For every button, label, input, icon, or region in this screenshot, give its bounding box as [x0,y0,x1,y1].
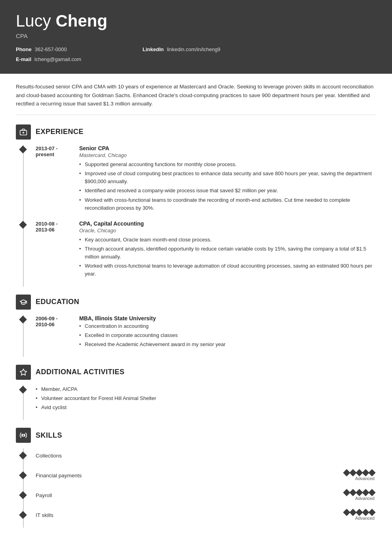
education-header: EDUCATION [16,295,376,310]
activity-bullet-1: Volunteer accountant for Forest Hill Ani… [36,394,376,402]
edu-bullet-0-2: Received the Academic Achievement award … [79,341,376,348]
skill-item-2: Payroll Advanced [24,488,376,502]
exp-company-1: Oracle, Chicago [79,228,376,233]
summary-text: Results-focused senior CPA and CMA with … [16,82,376,108]
candidate-name: Lucy Cheng [16,12,376,30]
skill-dot-1-4 [368,469,375,476]
phone-row: Phone 362-657-0000 [16,46,135,52]
experience-title: EXPERIENCE [36,128,84,136]
linkedin-value: linkedin.com/in/lcheng9 [167,46,220,52]
exp-date-1: 2010-08 - 2013-06 [36,220,79,279]
exp-title-1: CPA, Capital Accounting [79,220,376,227]
skill-rating-3: Advanced [344,510,375,521]
edu-bullets-0: Concentration in accounting Excelled in … [79,322,376,348]
email-label: E-mail [16,56,31,62]
activities-item: Member, AICPA Volunteer accountant for F… [24,385,376,413]
first-name: Lucy [16,11,51,30]
exp-bullet-1-1: Through account analysis, identified opp… [79,245,376,261]
contact-section: Phone 362-657-0000 LinkedIn linkedin.com… [16,46,376,64]
exp-bullet-0-0: Supported general accounting functions f… [79,161,376,168]
main-content: Results-focused senior CPA and CMA with … [0,74,392,547]
svg-point-4 [23,434,25,436]
edu-bullet-0-1: Excelled in corporate accounting classes [79,331,376,339]
summary-section: Results-focused senior CPA and CMA with … [16,82,376,115]
skill-dot-2-4 [368,489,375,496]
exp-body-1: CPA, Capital Accounting Oracle, Chicago … [79,220,376,279]
linkedin-row: LinkedIn linkedin.com/in/lcheng9 [143,46,261,52]
edu-date-0: 2006-09 - 2010-06 [36,315,79,350]
skills-header: SKILLS [16,428,376,443]
education-section: EDUCATION 2006-09 - 2010-06 MBA, Illinoi… [16,295,376,357]
edu-body-0: MBA, Illinois State University Concentra… [79,315,376,350]
activities-title: ADDITIONAL ACTIVITIES [36,368,125,376]
skill-name-2: Payroll [36,492,344,498]
skill-dots-2 [344,490,375,495]
skill-name-0: Collections [36,453,376,459]
education-timeline: 2006-09 - 2010-06 MBA, Illinois State Un… [23,315,376,357]
edu-title-0: MBA, Illinois State University [79,315,376,322]
exp-body-0: Senior CPA Mastercard, Chicago Supported… [79,145,376,213]
exp-bullets-0: Supported general accounting functions f… [79,161,376,212]
skill-rating-1: Advanced [344,470,375,481]
education-title: EDUCATION [36,298,79,306]
experience-timeline: 2013-07 - present Senior CPA Mastercard,… [23,145,376,287]
skill-name-3: IT skills [36,512,344,518]
skill-item-3: IT skills Advanced [24,508,376,522]
activity-bullet-0: Member, AICPA [36,385,376,393]
exp-bullet-1-2: Worked with cross-functional teams to le… [79,262,376,278]
activities-header: ADDITIONAL ACTIVITIES [16,365,376,380]
edu-bullet-0-0: Concentration in accounting [79,322,376,330]
exp-title-0: Senior CPA [79,145,376,151]
activities-icon [16,365,31,380]
activities-timeline: Member, AICPA Volunteer accountant for F… [23,385,376,420]
skill-level-2: Advanced [355,496,375,501]
svg-marker-3 [20,369,27,375]
linkedin-label: LinkedIn [143,46,164,52]
skill-name-1: Financial payments [36,473,344,478]
skill-item-1: Financial payments Advanced [24,468,376,482]
education-icon [16,295,31,310]
skills-section: SKILLS Collections Financial payments [16,428,376,528]
exp-bullet-1-0: Key accountant, Oracle team month-end cl… [79,236,376,244]
activities-bullets: Member, AICPA Volunteer accountant for F… [36,385,376,411]
candidate-title: CPA [16,33,376,39]
experience-section: EXPERIENCE 2013-07 - present Senior CPA … [16,124,376,287]
experience-header: EXPERIENCE [16,124,376,140]
last-name: Cheng [55,11,107,30]
exp-company-0: Mastercard, Chicago [79,152,376,158]
skill-dots-3 [344,510,375,515]
experience-item-1: 2010-08 - 2013-06 CPA, Capital Accountin… [24,220,376,279]
skill-rating-2: Advanced [344,490,375,501]
phone-label: Phone [16,46,32,52]
phone-value: 362-657-0000 [35,46,67,52]
exp-bullet-0-2: Identified and resolved a company-wide p… [79,187,376,195]
activity-bullet-2: Avid cyclist [36,404,376,411]
experience-icon [16,124,31,140]
activities-section: ADDITIONAL ACTIVITIES Member, AICPA Volu… [16,365,376,420]
exp-bullets-1: Key accountant, Oracle team month-end cl… [79,236,376,278]
skill-dots-1 [344,470,375,475]
skills-list: Collections Financial payments Advanced [23,448,376,528]
skill-dot-3-4 [368,509,375,516]
experience-item-0: 2013-07 - present Senior CPA Mastercard,… [24,145,376,213]
skill-level-1: Advanced [355,476,375,481]
exp-date-0: 2013-07 - present [36,145,79,213]
skill-level-3: Advanced [355,516,375,521]
activities-body: Member, AICPA Volunteer accountant for F… [36,385,376,413]
resume-header: Lucy Cheng CPA Phone 362-657-0000 Linked… [0,0,392,74]
skill-item-0: Collections [24,448,376,463]
email-row: E-mail lcheng@gamail.com [16,56,135,62]
education-item-0: 2006-09 - 2010-06 MBA, Illinois State Un… [24,315,376,350]
skills-title: SKILLS [36,431,62,440]
skills-icon [16,428,31,443]
exp-bullet-0-3: Worked with cross-functional teams to co… [79,196,376,212]
email-value: lcheng@gamail.com [34,56,81,62]
exp-bullet-0-1: Improved use of cloud computing best pra… [79,170,376,186]
